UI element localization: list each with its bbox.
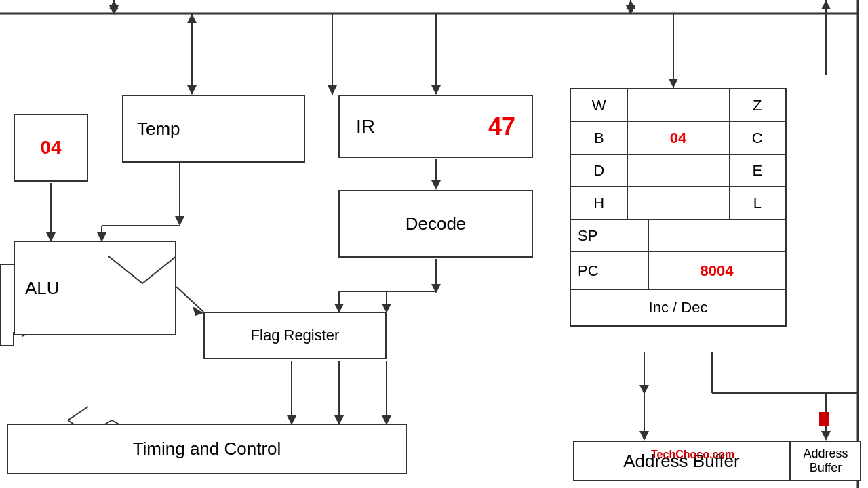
svg-marker-53 xyxy=(639,431,649,441)
svg-marker-66 xyxy=(626,5,635,15)
temp-label: Temp xyxy=(137,119,180,140)
reg-w: W xyxy=(571,89,628,121)
svg-marker-11 xyxy=(669,79,678,88)
reg-de-middle xyxy=(628,155,730,186)
svg-marker-64 xyxy=(109,0,119,9)
alu-label: ALU xyxy=(25,278,60,299)
svg-marker-5 xyxy=(187,85,197,95)
watermark-text: TechChoco.com xyxy=(651,449,734,460)
reg-b-value: 04 xyxy=(670,129,686,147)
svg-marker-22 xyxy=(431,284,441,293)
cpu-diagram: 04 Temp IR 47 ALU Decode Flag Register T… xyxy=(0,0,868,488)
svg-rect-61 xyxy=(819,412,829,426)
watermark: TechChoco.com xyxy=(651,449,734,461)
address-buffer-box: Address Buffer xyxy=(573,441,790,481)
reg-bc-value: 04 xyxy=(628,122,730,154)
reg-row-de: D E xyxy=(571,155,785,187)
reg-h: H xyxy=(571,187,628,219)
reg-sp: SP xyxy=(571,220,649,251)
reg-l: L xyxy=(730,187,786,219)
register-file-table: W Z B 04 C D E H L SP xyxy=(570,88,787,327)
reg-row-incdec: Inc / Dec xyxy=(571,290,785,325)
reg-c: C xyxy=(730,122,786,154)
svg-marker-57 xyxy=(821,431,831,441)
reg-hl-middle xyxy=(628,187,730,219)
address-buffer-2-label: Address xyxy=(803,447,848,461)
reg-row-sp: SP xyxy=(571,220,785,252)
ir-label: IR xyxy=(356,116,375,138)
svg-marker-51 xyxy=(639,385,649,394)
small-register-value: 04 xyxy=(40,137,61,159)
pc-value: 8004 xyxy=(701,262,734,280)
svg-line-31 xyxy=(176,287,203,312)
timing-control-label: Timing and Control xyxy=(133,439,281,460)
reg-sp-value xyxy=(649,220,785,251)
svg-marker-20 xyxy=(431,180,441,190)
alu-chevron xyxy=(108,256,176,310)
reg-pc: PC xyxy=(571,252,649,289)
svg-marker-15 xyxy=(175,216,184,226)
small-register-box: 04 xyxy=(14,114,88,182)
svg-marker-32 xyxy=(193,306,203,316)
reg-row-bc: B 04 C xyxy=(571,122,785,155)
inc-dec-label: Inc / Dec xyxy=(649,299,708,317)
reg-pc-value: 8004 xyxy=(649,252,785,289)
svg-marker-59 xyxy=(821,0,831,9)
reg-e: E xyxy=(730,155,786,186)
timing-control-box: Timing and Control xyxy=(7,424,407,474)
temp-register-box: Temp xyxy=(122,95,305,163)
svg-marker-3 xyxy=(187,14,197,23)
address-buffer-2-label2: Buffer xyxy=(810,461,842,475)
decode-label: Decode xyxy=(406,214,467,235)
decode-box: Decode xyxy=(338,190,533,258)
reg-row-wz: W Z xyxy=(571,89,785,122)
svg-line-33 xyxy=(68,407,88,420)
reg-b: B xyxy=(571,122,628,154)
ir-value: 47 xyxy=(488,113,515,141)
reg-wz-middle xyxy=(628,89,730,121)
reg-row-hl: H L xyxy=(571,187,785,220)
svg-marker-63 xyxy=(109,5,119,15)
svg-marker-9 xyxy=(431,85,441,95)
reg-d: D xyxy=(571,155,628,186)
ir-register-box: IR 47 xyxy=(338,95,533,158)
address-buffer-2-box: Address Buffer xyxy=(790,441,861,481)
svg-marker-67 xyxy=(626,0,635,9)
flag-register-label: Flag Register xyxy=(251,327,340,344)
reg-z: Z xyxy=(730,89,786,121)
reg-row-pc: PC 8004 xyxy=(571,252,785,290)
svg-marker-7 xyxy=(328,85,337,95)
flag-register-box: Flag Register xyxy=(203,312,387,359)
